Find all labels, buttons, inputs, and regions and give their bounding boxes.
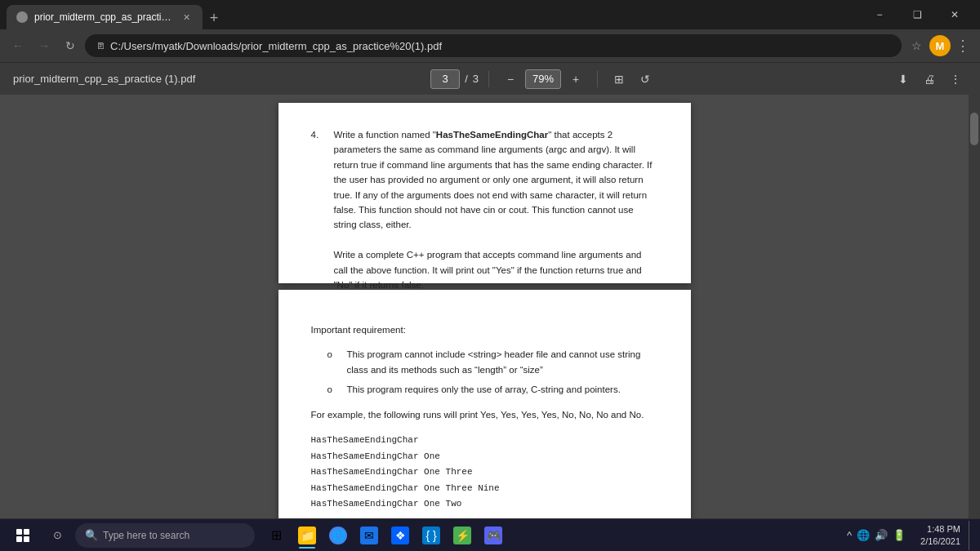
- page-separator: /: [465, 73, 468, 85]
- taskbar-search-icon: 🔍: [85, 529, 98, 541]
- toolbar-separator-2: [597, 71, 598, 87]
- new-tab-button[interactable]: +: [203, 7, 225, 29]
- question-text: Write a function named "HasTheSameEnding…: [334, 127, 658, 292]
- question-4: 4. Write a function named "HasTheSameEnd…: [311, 127, 658, 292]
- more-options-button[interactable]: ⋮: [944, 68, 967, 91]
- forward-button[interactable]: →: [33, 34, 56, 57]
- download-button[interactable]: ⬇: [892, 68, 915, 91]
- file-explorer-icon: 📁: [298, 527, 316, 544]
- chrome-icon: 🌐: [329, 527, 347, 544]
- discord-icon: 🎮: [484, 527, 502, 544]
- tray-network-icon[interactable]: 🌐: [857, 529, 870, 541]
- taskbar-search[interactable]: 🔍 Type here to search: [75, 523, 255, 548]
- pdf-page-2: Important requirement: o This program ca…: [278, 290, 691, 543]
- clock: 1:48 PM 2/16/2021: [915, 523, 965, 547]
- tray-battery-icon[interactable]: 🔋: [893, 529, 906, 541]
- bullets-section: o This program cannot include <string> h…: [327, 347, 658, 397]
- bullet-text-2: This program requires only the use of ar…: [347, 382, 621, 397]
- taskbar: ⊙ 🔍 Type here to search ⊞ 📁 🌐 ✉ ❖ { }: [0, 518, 980, 551]
- browser-window: prior_midterm_cpp_as_practice (1 ✕ + − ❑…: [0, 0, 980, 551]
- mail-icon: ✉: [360, 527, 378, 544]
- fit-page-button[interactable]: ⊞: [608, 68, 630, 91]
- tray-volume-icon[interactable]: 🔊: [875, 529, 888, 541]
- taskbar-mail[interactable]: ✉: [354, 521, 384, 550]
- bullet-text-1: This program cannot include <string> hea…: [347, 347, 658, 377]
- cortana-icon: ⊙: [53, 529, 62, 541]
- file-icon: 🖹: [96, 41, 105, 51]
- code-line-5: HasTheSameEndingChar One Two: [311, 497, 658, 512]
- green-app-icon: ⚡: [453, 527, 471, 544]
- zoom-out-button[interactable]: −: [499, 68, 522, 91]
- code-section: HasTheSameEndingChar HasTheSameEndingCha…: [311, 433, 658, 512]
- rotate-button[interactable]: ↺: [634, 68, 657, 91]
- scrollbar-thumb[interactable]: [970, 113, 978, 145]
- zoom-in-button[interactable]: +: [564, 68, 587, 91]
- cortana-button[interactable]: ⊙: [42, 521, 72, 550]
- taskbar-task-view[interactable]: ⊞: [261, 521, 291, 550]
- zoom-controls: [525, 69, 561, 89]
- start-button[interactable]: [7, 519, 39, 552]
- question-subtext: Write a complete C++ program that accept…: [334, 250, 642, 290]
- show-desktop-button[interactable]: [969, 521, 973, 550]
- example-section: For example, the following runs will pri…: [311, 407, 658, 422]
- address-actions: ☆ M ⋮: [905, 34, 973, 57]
- taskbar-apps: ⊞ 📁 🌐 ✉ ❖ { } ⚡ 🎮: [261, 521, 508, 550]
- bullet-1: o This program cannot include <string> h…: [327, 347, 658, 377]
- address-input[interactable]: 🖹 C:/Users/myatk/Downloads/prior_midterm…: [85, 34, 902, 57]
- reload-button[interactable]: ↻: [59, 34, 82, 57]
- code-line-2: HasTheSameEndingChar One: [311, 450, 658, 464]
- zoom-input[interactable]: [525, 69, 561, 89]
- question-intro: Write a function named "HasTheSameEnding…: [334, 130, 653, 229]
- page-info: / 3: [430, 69, 479, 89]
- bullet-icon-2: o: [327, 382, 344, 397]
- tab-bar: prior_midterm_cpp_as_practice (1 ✕ + − ❑…: [0, 0, 980, 29]
- page-1-content: 4. Write a function named "HasTheSameEnd…: [278, 103, 691, 317]
- important-section: Important requirement: o This program ca…: [311, 322, 658, 398]
- system-tray: ^ 🌐 🔊 🔋: [840, 529, 912, 541]
- maximize-button[interactable]: ❑: [898, 3, 936, 26]
- page-total: 3: [473, 73, 479, 85]
- print-button[interactable]: 🖨: [918, 68, 941, 91]
- code-line-4: HasTheSameEndingChar One Three Nine: [311, 482, 658, 496]
- bookmark-button[interactable]: ☆: [905, 34, 928, 57]
- taskbar-chrome[interactable]: 🌐: [323, 521, 353, 550]
- address-text: C:/Users/myatk/Downloads/prior_midterm_c…: [110, 40, 890, 52]
- tab-favicon: [16, 11, 28, 23]
- time-display: 1:48 PM: [927, 523, 960, 535]
- back-button[interactable]: ←: [7, 34, 29, 57]
- active-tab[interactable]: prior_midterm_cpp_as_practice (1 ✕: [7, 5, 203, 29]
- tab-close-button[interactable]: ✕: [180, 11, 193, 24]
- taskbar-right: ^ 🌐 🔊 🔋 1:48 PM 2/16/2021: [840, 521, 973, 550]
- example-text: For example, the following runs will pri…: [311, 410, 644, 420]
- code-line-1: HasTheSameEndingChar: [311, 433, 658, 448]
- window-controls: − ❑ ✕: [861, 3, 973, 26]
- taskbar-search-text: Type here to search: [103, 530, 189, 541]
- page-number-input[interactable]: [430, 69, 460, 89]
- scrollbar[interactable]: [969, 95, 980, 551]
- tab-title: prior_midterm_cpp_as_practice (1: [34, 11, 173, 23]
- dropbox-icon: ❖: [391, 527, 409, 544]
- minimize-button[interactable]: −: [861, 3, 898, 26]
- page-2-content: Important requirement: o This program ca…: [278, 290, 691, 530]
- taskbar-code[interactable]: { }: [416, 521, 446, 550]
- toolbar-separator-1: [488, 71, 489, 87]
- task-view-icon: ⊞: [267, 527, 285, 544]
- close-button[interactable]: ✕: [936, 3, 973, 26]
- code-line-3: HasTheSameEndingChar One Three: [311, 465, 658, 480]
- pdf-page-1: 4. Write a function named "HasTheSameEnd…: [278, 103, 691, 283]
- toolbar-controls: / 3 − + ⊞ ↺: [430, 68, 657, 91]
- address-bar: ← → ↻ 🖹 C:/Users/myatk/Downloads/prior_m…: [0, 29, 980, 62]
- date-display: 2/16/2021: [920, 535, 960, 547]
- profile-button[interactable]: M: [929, 35, 951, 56]
- question-number: 4.: [311, 127, 334, 292]
- browser-menu-button[interactable]: ⋮: [952, 37, 973, 55]
- taskbar-dropbox[interactable]: ❖: [385, 521, 415, 550]
- taskbar-green-app[interactable]: ⚡: [448, 521, 477, 550]
- tray-up-arrow[interactable]: ^: [847, 529, 852, 541]
- taskbar-file-explorer[interactable]: 📁: [292, 521, 322, 550]
- bullet-2: o This program requires only the use of …: [327, 382, 658, 397]
- windows-logo-icon: [16, 529, 29, 542]
- pdf-toolbar: prior_midterm_cpp_as_practice (1).pdf / …: [0, 62, 980, 95]
- taskbar-discord[interactable]: 🎮: [479, 521, 508, 550]
- bullet-icon-1: o: [327, 347, 344, 362]
